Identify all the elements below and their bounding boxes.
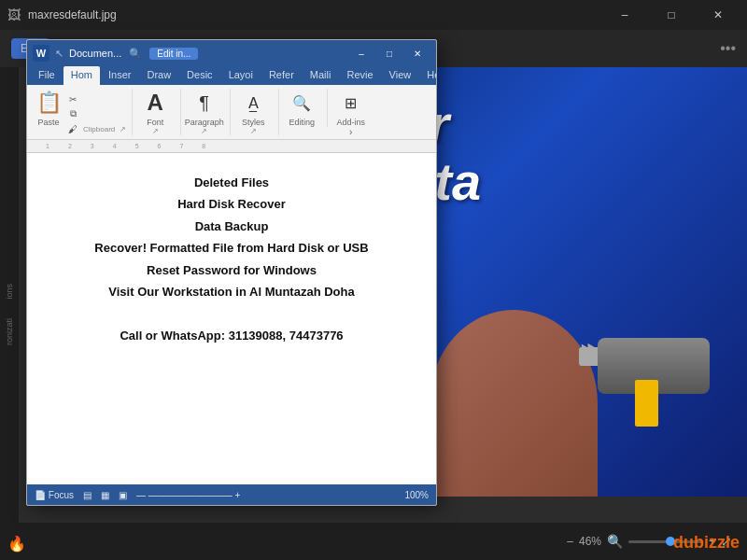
- ribbon-group-paragraph: ¶ Paragraph ↗: [183, 89, 231, 135]
- tab-file[interactable]: File: [31, 66, 63, 85]
- paragraph-label: Paragraph: [185, 118, 224, 127]
- addins-label: Add-ins: [336, 118, 365, 127]
- zoom-icon[interactable]: 🔍: [607, 534, 623, 549]
- flame-icon: 🔥: [7, 536, 26, 552]
- photo-titlebar-left: 🖼 maxresdefault.jpg: [7, 7, 117, 22]
- ribbon-group-editing: 🔍 Editing: [281, 89, 328, 127]
- tab-references[interactable]: Refer: [261, 66, 302, 85]
- tab-view[interactable]: View: [382, 66, 419, 85]
- photo-bottombar: – 46% 🔍 + ⤢: [0, 523, 747, 560]
- doc-line-4: Recover! Formatted File from Hard Disk o…: [55, 237, 408, 259]
- clipboard-small-btns: ✂ ⧉ 🖌: [64, 89, 81, 135]
- word-ruler: 1 2 3 4 5 6 7 8: [27, 140, 436, 153]
- zoom-slider-bottom: — ————————— +: [136, 490, 240, 500]
- photo-close-btn[interactable]: ✕: [697, 0, 740, 30]
- word-window: W ↖ Documen... 🔍 Edit in... – □ ✕ File H…: [26, 39, 437, 506]
- word-document-body: Deleted Files Hard Disk Recover Data Bac…: [27, 153, 436, 487]
- font-icon[interactable]: A: [141, 89, 169, 117]
- editing-label: Editing: [289, 118, 315, 127]
- word-doc-title: Documen...: [69, 48, 121, 59]
- addins-icon[interactable]: ⊞: [337, 89, 365, 117]
- word-statusbar: 📄 Focus ▤ ▦ ▣ — ————————— + 100%: [27, 484, 436, 505]
- tab-insert[interactable]: Inser: [101, 66, 138, 85]
- photo-minimize-btn[interactable]: –: [603, 0, 646, 30]
- doc-line-7: Call or WhatsApp: 31139088, 74473776: [55, 325, 408, 346]
- usb-illustration: ⌁: [532, 301, 719, 441]
- zoom-out-icon[interactable]: –: [567, 535, 573, 548]
- photo-more-icon[interactable]: •••: [720, 40, 736, 57]
- format-painter-btn[interactable]: 🖌: [64, 122, 81, 135]
- word-titlebar-right: – □ ✕: [348, 45, 430, 62]
- copy-btn[interactable]: ⧉: [64, 107, 81, 120]
- styles-icon[interactable]: A̲: [239, 89, 267, 117]
- ribbon-more-btn[interactable]: ›: [349, 127, 352, 137]
- dubizzle-watermark: dubizzle: [673, 533, 740, 553]
- view-btn-1[interactable]: ▤: [83, 490, 92, 500]
- doc-line-1: Deleted Files: [55, 172, 408, 193]
- tab-review[interactable]: Revie: [339, 66, 380, 85]
- word-cursor-icon: ↖: [55, 48, 63, 60]
- dubizzle-highlight: e: [730, 533, 740, 552]
- status-left: 📄 Focus ▤ ▦ ▣ — ————————— +: [35, 490, 240, 500]
- clipboard-label: Clipboard ↗: [83, 125, 126, 135]
- view-btn-2[interactable]: ▦: [101, 490, 109, 500]
- tab-help[interactable]: Hel: [419, 66, 437, 85]
- editing-icon[interactable]: 🔍: [288, 89, 316, 117]
- paste-area: 📋 Paste: [35, 89, 63, 127]
- doc-line-3: Data Backup: [55, 216, 408, 237]
- paragraph-icon[interactable]: ¶: [190, 89, 218, 117]
- flame-icon-area: 🔥: [7, 535, 26, 553]
- word-close-btn[interactable]: ✕: [404, 45, 430, 62]
- word-app-icon: W: [33, 45, 49, 62]
- cut-btn[interactable]: ✂: [64, 92, 81, 105]
- sidebar-label-1: ions: [5, 284, 14, 300]
- sidebar-label-2: ronizati: [5, 318, 14, 345]
- font-sub-label: ↗: [152, 127, 159, 135]
- word-search-btn[interactable]: 🔍: [127, 45, 144, 62]
- ribbon-group-clipboard: 📋 Paste ✂ ⧉ 🖌 Clipboard ↗: [33, 89, 133, 135]
- word-tabs: File Hom Inser Draw Desic Layoi Refer Ma…: [27, 66, 436, 85]
- photo-maximize-btn[interactable]: □: [650, 0, 693, 30]
- photo-titlebar-controls: – □ ✕: [603, 0, 740, 30]
- usb-stripe: [635, 380, 658, 427]
- focus-label[interactable]: 📄 Focus: [35, 490, 74, 500]
- tab-design[interactable]: Desic: [179, 66, 220, 85]
- word-ribbon: File Hom Inser Draw Desic Layoi Refer Ma…: [27, 66, 436, 140]
- ribbon-group-addins: ⊞ Add-ins ›: [330, 89, 376, 137]
- zoom-percent: 100%: [404, 490, 429, 500]
- ribbon-content: 📋 Paste ✂ ⧉ 🖌 Clipboard ↗ A Font ↗ ¶ P: [27, 85, 436, 139]
- doc-line-blank: [55, 302, 408, 324]
- word-titlebar: W ↖ Documen... 🔍 Edit in... – □ ✕: [27, 40, 436, 66]
- ribbon-group-styles: A̲ Styles ↗: [233, 89, 279, 135]
- tab-mailings[interactable]: Maili: [303, 66, 339, 85]
- left-sidebar: ions ronizati: [0, 67, 19, 560]
- doc-line-5: Reset Password for Windows: [55, 259, 408, 281]
- doc-line-6: Visit Our Workstation in Al Muntazah Doh…: [55, 281, 408, 302]
- tab-draw[interactable]: Draw: [139, 66, 178, 85]
- zoom-level-label: 46%: [579, 535, 601, 548]
- font-label: Font: [147, 118, 163, 127]
- word-titlebar-left: W ↖ Documen... 🔍 Edit in...: [33, 45, 198, 62]
- word-minimize-btn[interactable]: –: [348, 45, 374, 62]
- photo-app-icon: 🖼: [7, 7, 21, 22]
- photo-title: maxresdefault.jpg: [28, 8, 117, 21]
- paste-label: Paste: [37, 118, 59, 127]
- word-maximize-btn[interactable]: □: [376, 45, 402, 62]
- photo-titlebar: 🖼 maxresdefault.jpg – □ ✕: [0, 0, 747, 30]
- ruler-marks: 1 2 3 4 5 6 7 8: [46, 143, 205, 149]
- dubizzle-text: dubizzl: [673, 533, 730, 552]
- tab-layout[interactable]: Layoi: [221, 66, 261, 85]
- ribbon-group-font: A Font ↗: [134, 89, 181, 135]
- styles-label: Styles: [242, 118, 265, 127]
- tab-home[interactable]: Hom: [63, 66, 100, 85]
- usb-body: [598, 338, 710, 394]
- paste-icon[interactable]: 📋: [35, 89, 63, 117]
- view-btn-3[interactable]: ▣: [119, 490, 127, 500]
- para-sub-label: ↗: [201, 127, 207, 135]
- status-right: 100%: [404, 490, 429, 500]
- styles-sub-label: ↗: [250, 127, 257, 135]
- word-edit-btn[interactable]: Edit in...: [149, 48, 198, 60]
- doc-line-2: Hard Disk Recover: [55, 193, 408, 215]
